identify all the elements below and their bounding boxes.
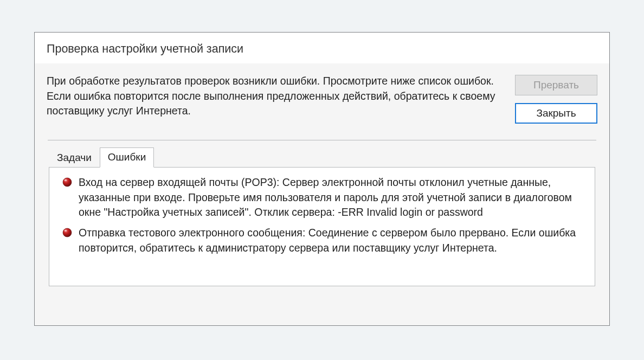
error-item: Вход на сервер входящей почты (POP3): Се… — [62, 175, 576, 220]
svg-point-3 — [65, 230, 67, 232]
error-item: Отправка тестового электронного сообщени… — [62, 226, 576, 255]
dialog-top-row: При обработке результатов проверок возни… — [47, 74, 597, 124]
svg-point-1 — [65, 179, 67, 181]
error-icon — [62, 228, 72, 237]
account-test-dialog: Проверка настройки учетной записи При об… — [34, 32, 610, 326]
abort-button: Прервать — [515, 75, 597, 95]
close-button[interactable]: Закрыть — [515, 103, 597, 124]
svg-point-2 — [63, 228, 72, 237]
error-text: Вход на сервер входящей почты (POP3): Се… — [79, 175, 576, 220]
tab-tasks[interactable]: Задачи — [49, 148, 100, 168]
svg-point-0 — [63, 178, 72, 187]
dialog-buttons: Прервать Закрыть — [515, 75, 597, 124]
dialog-message: При обработке результатов проверок возни… — [47, 74, 500, 119]
tab-errors[interactable]: Ошибки — [100, 147, 154, 168]
tab-bar: Задачи Ошибки — [49, 147, 597, 167]
error-text: Отправка тестового электронного сообщени… — [79, 226, 576, 255]
divider — [48, 140, 596, 140]
dialog-title: Проверка настройки учетной записи — [35, 33, 609, 63]
dialog-content: При обработке результатов проверок возни… — [35, 63, 609, 325]
error-icon — [62, 177, 72, 187]
errors-panel: Вход на сервер входящей почты (POP3): Се… — [49, 167, 595, 286]
